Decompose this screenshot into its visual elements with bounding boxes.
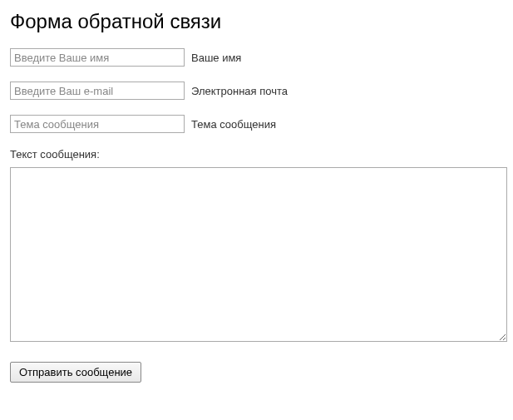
form-heading: Форма обратной связи (10, 10, 503, 33)
email-input[interactable] (10, 82, 185, 100)
submit-button[interactable]: Отправить сообщение (10, 362, 141, 383)
name-label: Ваше имя (191, 52, 241, 64)
subject-row: Тема сообщения (10, 115, 503, 133)
subject-label: Тема сообщения (191, 118, 276, 131)
email-row: Электронная почта (10, 82, 503, 100)
email-label: Электронная почта (191, 85, 288, 97)
subject-input[interactable] (10, 115, 185, 133)
name-input[interactable] (10, 48, 185, 67)
message-textarea[interactable] (10, 167, 507, 342)
name-row: Ваше имя (10, 48, 503, 67)
message-label: Текст сообщения: (10, 148, 503, 161)
